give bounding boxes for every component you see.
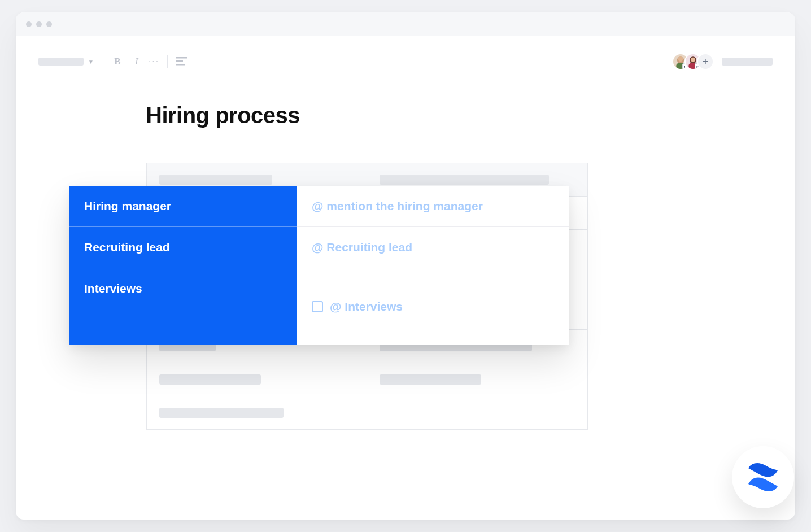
field-label: Recruiting lead bbox=[69, 227, 297, 268]
more-formatting-button[interactable]: ··· bbox=[149, 56, 159, 67]
popup-row: Hiring manager @ mention the hiring mana… bbox=[69, 186, 569, 227]
popup-row: Recruiting lead @ Recruiting lead bbox=[69, 227, 569, 268]
window-titlebar bbox=[16, 12, 795, 36]
mention-placeholder: @ Interviews bbox=[330, 300, 403, 313]
bold-button[interactable]: B bbox=[110, 56, 125, 67]
svg-point-10 bbox=[691, 58, 695, 62]
popup-row: Interviews @ Interviews bbox=[69, 268, 569, 345]
browser-window: ▼ B I ··· R M bbox=[16, 12, 795, 520]
window-dot bbox=[46, 21, 52, 27]
toolbar-separator bbox=[102, 55, 102, 68]
window-dot bbox=[26, 21, 32, 27]
field-placeholder[interactable]: @ mention the hiring manager bbox=[297, 186, 569, 227]
template-fields-popup: Hiring manager @ mention the hiring mana… bbox=[69, 186, 569, 345]
field-label: Interviews bbox=[69, 268, 297, 345]
publish-button[interactable] bbox=[722, 58, 773, 66]
svg-rect-1 bbox=[176, 60, 183, 62]
svg-rect-2 bbox=[176, 64, 185, 66]
confluence-logo bbox=[732, 446, 794, 508]
chevron-down-icon: ▼ bbox=[88, 59, 94, 65]
field-placeholder[interactable]: @ Recruiting lead bbox=[297, 227, 569, 268]
page-title[interactable]: Hiring process bbox=[146, 103, 773, 128]
field-label: Hiring manager bbox=[69, 186, 297, 227]
text-style-selector[interactable] bbox=[38, 58, 84, 66]
editor-toolbar: ▼ B I ··· R M bbox=[38, 53, 773, 70]
align-left-icon[interactable] bbox=[176, 57, 187, 66]
svg-point-6 bbox=[678, 56, 683, 62]
presence-avatars[interactable]: R M + bbox=[672, 53, 714, 70]
svg-rect-0 bbox=[176, 57, 187, 59]
checkbox-icon[interactable] bbox=[312, 301, 323, 312]
editor-area: ▼ B I ··· R M bbox=[16, 36, 795, 520]
italic-button[interactable]: I bbox=[129, 56, 144, 67]
window-dot bbox=[36, 21, 42, 27]
toolbar-separator bbox=[167, 55, 168, 68]
add-collaborator-button[interactable]: + bbox=[697, 53, 714, 70]
mention-placeholder: @ mention the hiring manager bbox=[312, 199, 483, 213]
field-placeholder[interactable]: @ Interviews bbox=[297, 268, 569, 345]
mention-placeholder: @ Recruiting lead bbox=[312, 241, 412, 254]
